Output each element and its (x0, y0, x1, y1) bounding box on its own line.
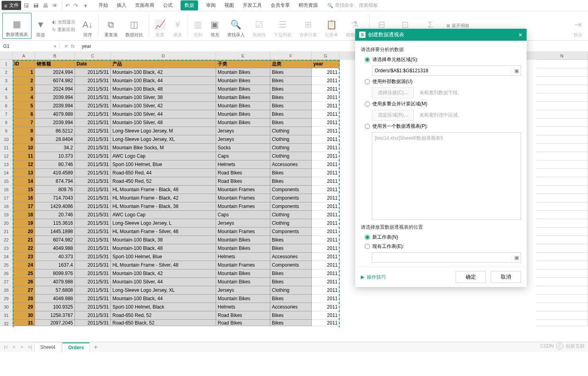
cell[interactable] (536, 119, 588, 127)
cell[interactable]: 2011/5/31 (75, 85, 111, 93)
cell[interactable] (536, 85, 588, 93)
sheet-tab-sheet4[interactable]: Sheet4 (34, 342, 61, 352)
cell[interactable]: Long-Sleeve Logo Jersey, L (111, 219, 216, 228)
cell[interactable]: Clothing (270, 152, 312, 160)
cell[interactable]: Jerseys (216, 219, 270, 228)
row-header[interactable]: 15 (0, 177, 13, 186)
cell[interactable]: 2011 (312, 93, 340, 102)
cell[interactable]: Mountain-100 Black, 48 (111, 85, 216, 93)
cell[interactable]: Bikes (270, 93, 312, 102)
cell[interactable]: Bikes (270, 311, 312, 320)
cell[interactable]: 2011 (312, 228, 340, 236)
cell[interactable]: AWC Logo Cap (111, 211, 216, 219)
opt-cell-range[interactable]: 请选择单元格区域(S): (365, 56, 521, 63)
cell[interactable]: 2011 (312, 278, 340, 286)
cell[interactable]: Mountain-100 Black, 38 (111, 236, 216, 244)
cell[interactable]: Helmets (216, 303, 270, 311)
radio-cell-range[interactable] (365, 57, 370, 62)
cell[interactable]: 2011 (312, 295, 340, 303)
compare-button[interactable]: ◫数据对比 (122, 13, 146, 39)
cell[interactable] (536, 177, 588, 186)
cell[interactable]: 2011/5/31 (75, 186, 111, 194)
cell[interactable] (536, 311, 588, 320)
row-header[interactable]: 28 (0, 286, 13, 295)
cell[interactable]: Bikes (270, 320, 312, 326)
cell[interactable]: 20 (13, 228, 35, 236)
cell[interactable]: Accessories (270, 253, 312, 261)
opt-external[interactable]: 使用外部数据源(U) (365, 78, 521, 85)
cell[interactable] (536, 186, 588, 194)
cell[interactable]: 2011/5/31 (75, 194, 111, 202)
print-icon[interactable]: 🖶 (41, 1, 50, 10)
tab-insert[interactable]: 插入 (116, 0, 127, 10)
opt-multi-range[interactable]: 使用多重合并计算区域(M) (365, 101, 521, 107)
sheet-nav-next[interactable]: > (18, 344, 26, 350)
cell[interactable]: 2011 (312, 102, 340, 110)
cell[interactable]: Mountain Frames (216, 228, 270, 236)
cell[interactable]: 2011 (312, 244, 340, 253)
cell[interactable]: 8099.976 (35, 269, 75, 278)
cell[interactable]: 1445.1898 (35, 228, 75, 236)
show-all[interactable]: ◐全部显示 (52, 19, 75, 25)
cell[interactable] (536, 303, 588, 311)
cell[interactable]: 2011 (312, 127, 340, 135)
cell[interactable]: Accessories (270, 160, 312, 169)
cell[interactable]: 2011/5/31 (75, 110, 111, 119)
cell[interactable] (536, 228, 588, 236)
cell[interactable]: 2097.2045 (35, 320, 75, 326)
cell[interactable]: 14 (13, 177, 35, 186)
cell[interactable]: 2039.994 (35, 119, 75, 127)
header-cell[interactable]: year (312, 60, 340, 68)
row-header[interactable]: 25 (0, 261, 13, 269)
cell[interactable]: Bikes (270, 244, 312, 253)
cell[interactable]: Bikes (270, 269, 312, 278)
cell[interactable]: Mountain Frames (216, 261, 270, 269)
cell[interactable]: Bikes (270, 278, 312, 286)
cell[interactable]: Mountain Bikes (216, 77, 270, 85)
cell[interactable] (536, 144, 588, 152)
tab-formula[interactable]: 公式 (162, 0, 173, 10)
col-G[interactable]: G (312, 52, 340, 60)
row-header[interactable]: 31 (0, 311, 13, 320)
opt-existing-sheet[interactable]: 现有工作表(E): (365, 243, 521, 250)
pivot-list[interactable]: [test14.xlsx]Sheet4!数据透视表5 (372, 132, 521, 220)
cell[interactable]: HL Mountain Frame - Black, 42 (111, 194, 216, 202)
cell[interactable]: Jerseys (216, 286, 270, 295)
cell[interactable] (536, 194, 588, 202)
cell[interactable]: HL Mountain Frame - Black, 48 (111, 186, 216, 194)
cell[interactable]: 115.3616 (35, 219, 75, 228)
cell[interactable]: Components (270, 202, 312, 211)
cell[interactable]: 21 (13, 236, 35, 244)
col-D[interactable]: D (111, 52, 216, 60)
cell[interactable]: Mountain-100 Black, 48 (111, 244, 216, 253)
cell[interactable]: 2 (13, 77, 35, 85)
tab-data[interactable]: 数据 (181, 0, 198, 10)
cell[interactable]: 2024.994 (35, 85, 75, 93)
cell[interactable]: HL Mountain Frame - Silver, 46 (111, 228, 216, 236)
select-all-corner[interactable] (0, 52, 13, 60)
cell[interactable] (536, 295, 588, 303)
cell[interactable]: 2011/5/31 (75, 135, 111, 144)
cell[interactable]: Mountain Bikes (216, 236, 270, 244)
tab-dev[interactable]: 开发工具 (242, 0, 263, 10)
cell[interactable]: 4079.988 (35, 110, 75, 119)
cell[interactable]: 17 (13, 202, 35, 211)
cell[interactable]: 40.373 (35, 253, 75, 261)
cell[interactable]: 2011/5/31 (75, 177, 111, 186)
row-header[interactable]: 4 (0, 85, 13, 93)
cell[interactable]: 2011/5/31 (75, 127, 111, 135)
cell[interactable]: 2011/5/31 (75, 77, 111, 85)
cell[interactable] (536, 127, 588, 135)
cell[interactable]: Helmets (216, 253, 270, 261)
radio-external[interactable] (365, 79, 370, 84)
split-col-button[interactable]: ⇥拆分 (570, 13, 586, 39)
cell[interactable]: Jerseys (216, 135, 270, 144)
col-E[interactable]: E (216, 52, 270, 60)
cell[interactable]: Components (270, 228, 312, 236)
col-F[interactable]: F (270, 52, 312, 60)
row-header[interactable]: 23 (0, 244, 13, 253)
command-search[interactable]: 🔍 查找命令、搜索模板 (327, 2, 378, 9)
cell[interactable]: 2011/5/31 (75, 160, 111, 169)
radio-multi[interactable] (365, 101, 370, 107)
cell[interactable]: 809.76 (35, 186, 75, 194)
